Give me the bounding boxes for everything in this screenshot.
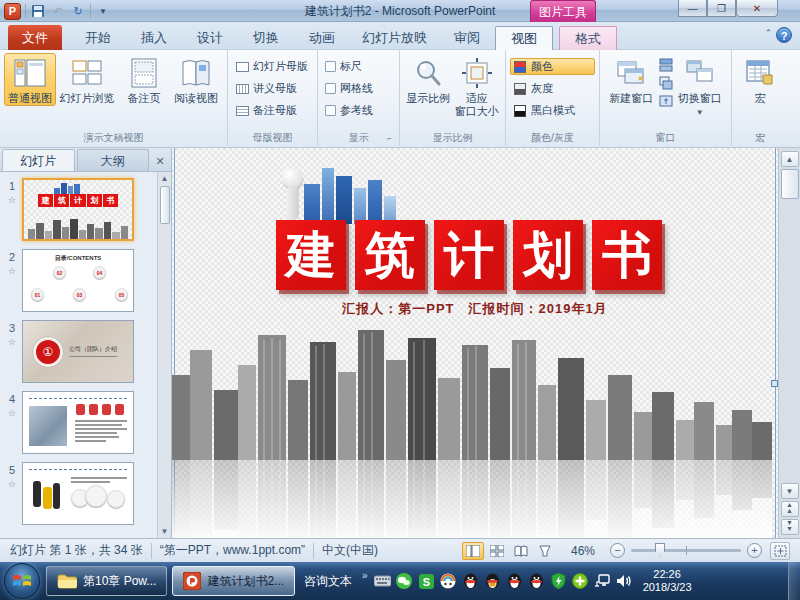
title-char: 书 — [592, 220, 662, 290]
360-tray-icon[interactable] — [572, 573, 589, 590]
slide-sorter-shortcut[interactable] — [486, 542, 508, 560]
tab-transitions[interactable]: 切换 — [238, 26, 294, 50]
arrange-all-icon[interactable] — [659, 58, 673, 72]
slide-hero-graphic[interactable] — [280, 162, 400, 224]
sogou-tray-icon[interactable]: S — [418, 573, 435, 590]
grayscale-button[interactable]: 灰度 — [510, 80, 595, 97]
shield-tray-icon[interactable] — [550, 573, 567, 590]
black-white-button[interactable]: 黑白模式 — [510, 102, 595, 119]
previous-slide-icon[interactable]: ▲▲ — [781, 501, 799, 517]
qq-tray-icon-2[interactable] — [484, 573, 501, 590]
start-button[interactable] — [4, 563, 40, 599]
handout-master-button[interactable]: 讲义母版 — [232, 80, 313, 97]
normal-view-shortcut[interactable] — [462, 542, 484, 560]
tab-design[interactable]: 设计 — [182, 26, 238, 50]
move-split-icon[interactable] — [659, 94, 673, 108]
thumb5-textlines — [71, 477, 127, 485]
input-bear-tray-icon[interactable] — [440, 573, 457, 590]
minimize-button[interactable]: — — [678, 0, 707, 17]
zoom-percentage[interactable]: 46% — [564, 544, 602, 558]
color-button[interactable]: 颜色 — [510, 58, 595, 75]
tab-insert[interactable]: 插入 — [126, 26, 182, 50]
pane-tab-outline[interactable]: 大纲 — [77, 149, 150, 171]
show-dialog-launcher-icon[interactable]: ⌐ — [387, 134, 397, 144]
reading-view-icon — [179, 56, 213, 90]
taskbar-powerpoint-button[interactable]: 建筑计划书2... — [172, 566, 295, 596]
zoom-in-icon[interactable]: + — [747, 543, 762, 558]
ruler-checkbox[interactable]: 标尺 — [322, 58, 395, 75]
reading-view-shortcut[interactable] — [510, 542, 532, 560]
view-shortcuts — [462, 542, 556, 560]
editor-scroll-thumb[interactable] — [781, 169, 799, 199]
zoom-button[interactable]: 显示比例 — [404, 53, 453, 106]
editor-scrollbar[interactable]: ▲ ▼ ▲▲ ▼▼ — [778, 148, 800, 538]
notes-page-button[interactable]: 备注页 — [118, 53, 170, 106]
slide-title[interactable]: 建 筑 计 划 书 — [276, 220, 662, 290]
fit-to-window-button[interactable]: 适应窗口大小 — [453, 53, 502, 119]
slide-thumbnail-5[interactable]: 5☆ — [2, 462, 155, 525]
taskbar-language-band[interactable]: 咨询文本 — [304, 573, 352, 590]
notes-master-button[interactable]: 备注母版 — [232, 102, 313, 119]
grayscale-icon — [513, 82, 527, 96]
tab-slideshow[interactable]: 幻灯片放映 — [350, 26, 439, 50]
language-status[interactable]: 中文(中国) — [322, 542, 378, 559]
guides-checkbox[interactable]: 参考线 — [322, 102, 395, 119]
next-slide-icon[interactable]: ▼▼ — [781, 519, 799, 535]
show-desktop-button[interactable] — [788, 562, 800, 600]
zoom-out-icon[interactable]: − — [610, 543, 625, 558]
thumbnail-list: 1☆ 建筑计划书 2☆ 目录/CONTENTS 01 02 03 — [0, 172, 157, 538]
black-white-icon — [513, 104, 527, 118]
slide-thumbnail-2[interactable]: 2☆ 目录/CONTENTS 01 02 03 04 05 — [2, 249, 155, 312]
slide-canvas[interactable]: 建 筑 计 划 书 汇报人：第一PPT 汇报时间：2019年1月 — [172, 148, 778, 538]
cascade-windows-icon[interactable] — [659, 76, 673, 90]
zoom-track[interactable] — [631, 549, 741, 552]
volume-tray-icon[interactable] — [616, 573, 633, 590]
scroll-down-icon[interactable]: ▼ — [781, 483, 799, 499]
pane-tab-slides[interactable]: 幻灯片 — [2, 149, 75, 171]
slide-thumbnail-1[interactable]: 1☆ 建筑计划书 — [2, 178, 155, 241]
slideshow-shortcut[interactable] — [534, 542, 556, 560]
gridlines-checkbox[interactable]: 网格线 — [322, 80, 395, 97]
taskbar-clock[interactable]: 22:26 2018/3/23 — [643, 568, 692, 594]
pane-scroll-thumb[interactable] — [160, 186, 170, 224]
zoom-knob[interactable] — [655, 543, 665, 557]
notes-master-icon — [235, 104, 249, 118]
normal-view-icon — [13, 56, 47, 90]
qq-tray-icon-4[interactable] — [528, 573, 545, 590]
scroll-up-icon[interactable]: ▲ — [159, 172, 171, 185]
close-button[interactable]: ✕ — [736, 0, 778, 17]
slide-master-button[interactable]: 幻灯片母版 — [232, 58, 313, 75]
qq-tray-icon-3[interactable] — [506, 573, 523, 590]
pane-close-icon[interactable]: ✕ — [151, 151, 169, 171]
tab-review[interactable]: 审阅 — [439, 26, 495, 50]
scroll-up-icon[interactable]: ▲ — [781, 151, 799, 167]
slide-subtitle[interactable]: 汇报人：第一PPT 汇报时间：2019年1月 — [232, 300, 718, 318]
tab-home[interactable]: 开始 — [70, 26, 126, 50]
thumb5-circles — [71, 485, 129, 515]
new-window-button[interactable]: 新建窗口 — [604, 53, 659, 106]
network-tray-icon[interactable] — [594, 573, 611, 590]
help-icon[interactable]: ? — [776, 27, 792, 43]
tab-format[interactable]: 格式 — [559, 26, 617, 50]
selection-handle-right[interactable] — [771, 380, 778, 387]
tray-overflow-icon[interactable]: » — [362, 570, 368, 581]
keyboard-tray-icon[interactable] — [374, 573, 391, 590]
wechat-tray-icon[interactable] — [396, 573, 413, 590]
slide-thumbnail-4[interactable]: 4☆ — [2, 391, 155, 454]
collapse-ribbon-icon[interactable]: ⌃ — [764, 28, 772, 38]
fit-slide-to-window-icon[interactable] — [770, 542, 790, 560]
tab-animations[interactable]: 动画 — [294, 26, 350, 50]
normal-view-button[interactable]: 普通视图 — [4, 53, 56, 106]
slide-thumbnail-3[interactable]: 3☆ ① 公司（团队）介绍 — [2, 320, 155, 383]
pane-scrollbar[interactable]: ▲ ▼ — [157, 172, 171, 538]
macros-button[interactable]: 宏 — [736, 53, 784, 106]
scroll-down-icon[interactable]: ▼ — [159, 525, 171, 538]
slide-sorter-button[interactable]: 幻灯片浏览 — [56, 53, 118, 106]
tab-file[interactable]: 文件 — [8, 25, 62, 50]
taskbar-folder-button[interactable]: 第10章 Pow... — [46, 566, 167, 596]
qq-tray-icon-1[interactable] — [462, 573, 479, 590]
switch-windows-button[interactable]: 切换窗口▼ — [673, 53, 728, 120]
reading-view-button[interactable]: 阅读视图 — [170, 53, 222, 106]
tab-view[interactable]: 视图 — [495, 26, 553, 50]
restore-button[interactable]: ❐ — [707, 0, 736, 17]
